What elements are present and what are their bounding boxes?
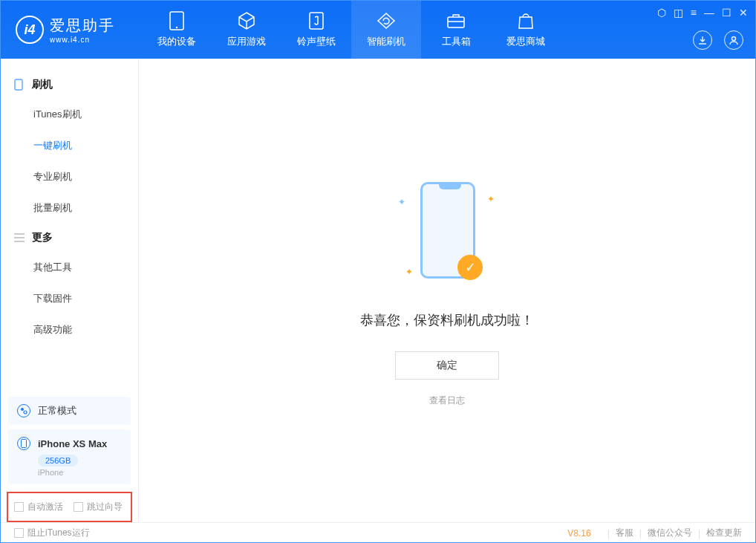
maximize-icon[interactable]: ☐: [722, 7, 731, 19]
tab-toolbox[interactable]: 工具箱: [421, 1, 491, 59]
sidebar-item-oneclick-flash[interactable]: 一键刷机: [1, 130, 138, 161]
version-label: V8.16: [567, 528, 590, 539]
logo-block: i4 爱思助手 www.i4.cn: [1, 16, 142, 44]
sidebar-item-batch-flash[interactable]: 批量刷机: [1, 192, 138, 224]
tshirt-icon[interactable]: ⬡: [657, 7, 666, 19]
tab-label: 我的设备: [157, 35, 196, 48]
tab-ringtone[interactable]: 铃声壁纸: [281, 1, 351, 59]
device-phone-icon: [17, 437, 30, 450]
separator: |: [607, 528, 610, 539]
status-mode-icon: [17, 404, 30, 417]
tab-apps[interactable]: 应用游戏: [212, 1, 281, 59]
footer-left: 阻止iTunes运行: [14, 527, 567, 539]
checkbox-box: [14, 528, 24, 538]
checkbox-label: 阻止iTunes运行: [27, 527, 90, 539]
list-icon: [14, 233, 25, 242]
sparkle-icon: ✦: [487, 194, 495, 204]
svg-rect-8: [22, 440, 27, 448]
success-message: 恭喜您，保资料刷机成功啦！: [360, 311, 534, 329]
sidebar-item-itunes-flash[interactable]: iTunes刷机: [1, 99, 138, 130]
checkbox-block-itunes[interactable]: 阻止iTunes运行: [14, 527, 90, 539]
main-content: ✦ ✦ ✦ ✓ 恭喜您，保资料刷机成功啦！ 确定 查看日志: [139, 59, 755, 522]
checkbox-label: 跳过向导: [87, 501, 123, 513]
device-name: iPhone XS Max: [38, 438, 107, 449]
sidebar-group-more[interactable]: 更多: [1, 224, 138, 252]
device-type: iPhone: [38, 468, 122, 477]
sparkle-icon: ✦: [405, 267, 413, 277]
tab-label: 铃声壁纸: [297, 35, 336, 48]
device-icon: [167, 11, 186, 30]
download-icon[interactable]: [693, 30, 712, 50]
sidebar-item-download-firmware[interactable]: 下载固件: [1, 283, 138, 314]
status-card[interactable]: 正常模式: [8, 397, 131, 425]
sidebar-item-other-tools[interactable]: 其他工具: [1, 252, 138, 283]
footer-link-update[interactable]: 检查更新: [706, 527, 742, 539]
checkbox-auto-activate[interactable]: 自动激活: [14, 501, 63, 513]
svg-rect-5: [15, 79, 22, 90]
tab-label: 智能刷机: [367, 35, 405, 48]
tab-label: 应用游戏: [227, 35, 266, 48]
header-tabs: 我的设备 应用游戏 铃声壁纸 智能刷机 工具箱 爱思商城: [142, 1, 561, 59]
separator: |: [639, 528, 642, 539]
svg-rect-2: [310, 13, 323, 29]
footer-link-support[interactable]: 客服: [616, 527, 633, 539]
refresh-icon: [377, 11, 396, 30]
sidebar-bottom: 正常模式 iPhone XS Max 256GB iPhone 自动激活 跳过向…: [1, 394, 138, 522]
check-badge-icon: ✓: [457, 255, 483, 280]
tab-smart-flash[interactable]: 智能刷机: [351, 1, 421, 59]
music-icon: [307, 11, 326, 30]
user-icon[interactable]: [724, 30, 743, 50]
app-subtitle: www.i4.cn: [50, 36, 115, 44]
checkbox-label: 自动激活: [27, 501, 63, 513]
svg-point-6: [21, 408, 24, 411]
footer-link-wechat[interactable]: 微信公众号: [648, 527, 692, 539]
device-row: iPhone XS Max: [17, 437, 122, 450]
header-right-icons: [693, 30, 743, 50]
ok-button[interactable]: 确定: [395, 351, 499, 380]
logo-icon: i4: [16, 16, 44, 44]
sidebar: 刷机 iTunes刷机 一键刷机 专业刷机 批量刷机 更多 其他工具 下载固件 …: [1, 59, 139, 522]
group-label: 刷机: [32, 78, 53, 91]
device-card[interactable]: iPhone XS Max 256GB iPhone: [8, 429, 131, 484]
bag-icon: [516, 11, 535, 30]
lock-icon[interactable]: ◫: [674, 7, 683, 19]
footer: 阻止iTunes运行 V8.16 | 客服 | 微信公众号 | 检查更新: [1, 522, 755, 543]
view-log-link[interactable]: 查看日志: [429, 394, 465, 407]
checkbox-box: [14, 502, 24, 512]
checkbox-box: [74, 502, 83, 512]
menu-icon[interactable]: ≡: [691, 7, 697, 19]
minimize-icon[interactable]: —: [704, 7, 714, 19]
body-area: 刷机 iTunes刷机 一键刷机 专业刷机 批量刷机 更多 其他工具 下载固件 …: [1, 59, 755, 522]
highlight-checkbox-row: 自动激活 跳过向导: [7, 492, 132, 522]
success-illustration: ✦ ✦ ✦ ✓: [395, 175, 499, 293]
header: i4 爱思助手 www.i4.cn 我的设备 应用游戏 铃声壁纸 智能刷机 工具…: [1, 1, 755, 59]
tab-my-device[interactable]: 我的设备: [142, 1, 212, 59]
separator: |: [698, 528, 700, 539]
group-label: 更多: [32, 231, 53, 244]
window-controls: ⬡ ◫ ≡ — ☐ ✕: [657, 7, 748, 19]
sidebar-scroll: 刷机 iTunes刷机 一键刷机 专业刷机 批量刷机 更多 其他工具 下载固件 …: [1, 59, 138, 394]
svg-point-7: [24, 411, 27, 414]
status-mode-label: 正常模式: [38, 404, 76, 417]
phone-icon: [14, 79, 25, 91]
checkbox-skip-wizard[interactable]: 跳过向导: [74, 501, 123, 513]
cube-icon: [237, 11, 256, 30]
svg-rect-3: [448, 17, 464, 27]
sidebar-group-flash[interactable]: 刷机: [1, 71, 138, 99]
svg-point-4: [732, 37, 736, 41]
sidebar-item-advanced[interactable]: 高级功能: [1, 314, 138, 345]
device-storage: 256GB: [38, 455, 78, 466]
sidebar-item-pro-flash[interactable]: 专业刷机: [1, 161, 138, 192]
footer-right: V8.16 | 客服 | 微信公众号 | 检查更新: [567, 527, 742, 539]
tab-label: 爱思商城: [506, 35, 545, 48]
app-title: 爱思助手: [50, 16, 115, 36]
sparkle-icon: ✦: [398, 197, 405, 207]
tab-store[interactable]: 爱思商城: [491, 1, 561, 59]
svg-point-1: [176, 27, 177, 28]
logo-text: 爱思助手 www.i4.cn: [50, 16, 115, 44]
toolbox-icon: [446, 11, 466, 30]
tab-label: 工具箱: [442, 35, 471, 48]
close-icon[interactable]: ✕: [739, 7, 748, 19]
